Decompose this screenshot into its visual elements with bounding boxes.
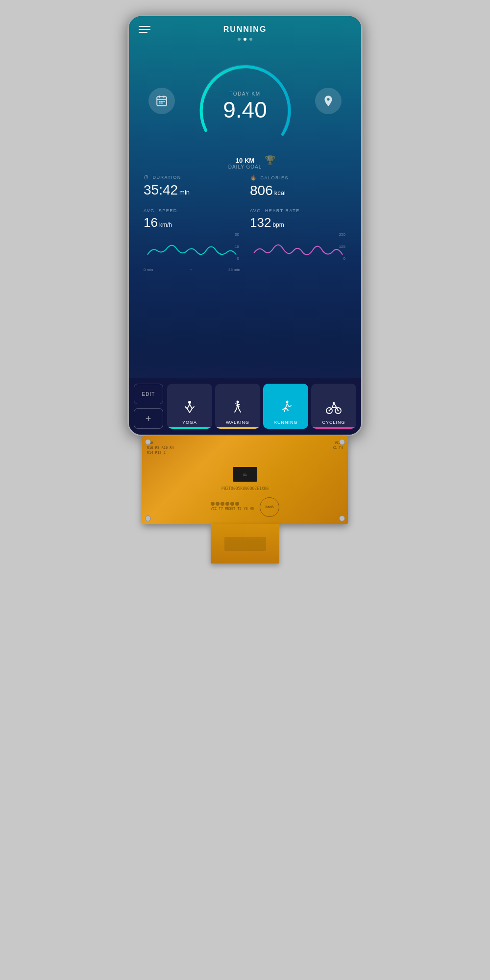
yoga-icon: [182, 400, 197, 418]
svg-point-9: [188, 401, 191, 404]
contact-5: [246, 539, 249, 549]
cycling-icon: [326, 401, 342, 418]
menu-icon[interactable]: [139, 26, 150, 33]
gauge-section: TODAY KM 9.40 10 KM 🏆 DAILY GOAL: [129, 47, 361, 155]
heartrate-chart-value: 132bpm: [250, 215, 346, 230]
pcb-contacts: [224, 537, 266, 551]
gauge-goal: 10 KM 🏆 DAILY GOAL: [228, 157, 262, 170]
pcb-bottom-row: VCI T7 RESET T2 VS HS RoHS: [211, 495, 280, 517]
svg-rect-7: [161, 102, 163, 103]
header-title: RUNNING: [223, 25, 267, 34]
svg-rect-5: [161, 101, 163, 102]
duration-header: ⏱ DURATION: [144, 174, 240, 180]
running-icon: [278, 400, 293, 418]
walking-label: WALKING: [226, 420, 249, 425]
walking-indicator: [215, 427, 260, 429]
gauge-container: TODAY KM 9.40 10 KM 🏆 DAILY GOAL: [196, 52, 294, 150]
svg-point-11: [286, 401, 289, 403]
device-wrapper: RUNNING: [127, 15, 363, 564]
gauge-content: TODAY KM 9.40: [223, 91, 267, 121]
pcb-center: U1 PB2T0005R000D02E1X00 VCI T7 RES: [211, 457, 280, 517]
running-tab[interactable]: RUNNING: [263, 384, 308, 429]
calendar-icon: [155, 95, 168, 107]
location-icon: [322, 95, 335, 107]
svg-rect-4: [159, 101, 161, 102]
yoga-indicator: [167, 427, 212, 429]
rohs-badge: RoHS: [260, 497, 279, 517]
speed-chart-block: AVG. SPEED 16km/h 30 15 0: [144, 208, 240, 272]
speed-chart-wrapper: 30 15 0: [144, 232, 240, 267]
edit-button[interactable]: EDIT: [134, 384, 163, 404]
svg-point-10: [237, 401, 239, 403]
heartrate-chart-header: AVG. HEART RATE: [250, 208, 346, 213]
pcb-section: VGH R16 R8 R10 R4 R14 R12 2 VCOM K1 T4 U…: [127, 436, 363, 564]
contact-4: [242, 539, 245, 549]
walking-tab[interactable]: WALKING: [215, 384, 260, 429]
contact-3: [237, 539, 240, 549]
pcb-top: VGH R16 R8 R10 R4 R14 R12 2 VCOM K1 T4: [147, 441, 343, 455]
contact-2: [233, 539, 236, 549]
speed-x-labels: 0 min → 36 min: [144, 268, 240, 272]
heartrate-chart-svg: [250, 232, 346, 262]
phone-frame: RUNNING: [127, 15, 363, 436]
speed-chart-value: 16km/h: [144, 215, 240, 230]
speed-y-labels: 30 15 0: [235, 232, 240, 261]
timer-icon: ⏱: [144, 174, 150, 180]
flex-ribbon: [211, 524, 279, 564]
gauge-value: 9.40: [223, 98, 267, 121]
duration-stat: ⏱ DURATION 35:42min: [144, 174, 240, 198]
contact-8: [259, 539, 262, 549]
contact-1: [228, 539, 231, 549]
speed-chart-svg: [144, 232, 240, 262]
heartrate-chart-wrapper: 250 125 0: [250, 232, 346, 267]
heartrate-chart-block: AVG. HEART RATE 132bpm 250 125 0: [250, 208, 346, 272]
bottom-nav: EDIT + YOGA: [129, 378, 361, 435]
flame-icon: 🔥: [250, 174, 258, 181]
heartrate-y-labels: 250 125 0: [339, 232, 346, 261]
yoga-label: YOGA: [182, 420, 197, 425]
screw-br: [339, 515, 345, 521]
running-label: RUNNING: [274, 420, 298, 425]
calories-value: 806kcal: [250, 183, 346, 198]
gauge-goal-label: DAILY GOAL: [228, 164, 262, 170]
duration-value: 35:42min: [144, 182, 240, 198]
activity-tabs: YOGA WALKING: [167, 384, 356, 429]
svg-rect-6: [159, 102, 161, 103]
contact-7: [255, 539, 258, 549]
yoga-tab[interactable]: YOGA: [167, 384, 212, 429]
dot-1: [238, 38, 241, 41]
trophy-icon: 🏆: [265, 155, 275, 166]
header: RUNNING: [129, 16, 361, 38]
calories-stat: 🔥 CALORIES 806kcal: [250, 174, 346, 198]
add-button[interactable]: +: [134, 408, 163, 429]
walking-icon: [230, 400, 245, 418]
nav-actions: EDIT +: [134, 384, 163, 429]
charts-section: AVG. SPEED 16km/h 30 15 0: [129, 203, 361, 279]
svg-rect-8: [163, 101, 165, 102]
pcb-board: VGH R16 R8 R10 R4 R14 R12 2 VCOM K1 T4 U…: [142, 436, 348, 524]
screw-tr: [339, 439, 345, 445]
screen: RUNNING: [129, 16, 361, 435]
dot-2: [244, 38, 246, 41]
speed-chart-header: AVG. SPEED: [144, 208, 240, 213]
svg-point-16: [333, 402, 335, 404]
cycling-indicator: [311, 427, 356, 429]
calendar-button[interactable]: [148, 88, 175, 114]
pcb-chip: U1: [233, 467, 257, 482]
pcb-labels-left: VGH R16 R8 R10 R4 R14 R12 2: [147, 441, 174, 455]
dot-3: [249, 38, 252, 41]
screw-tl: [145, 439, 151, 445]
pcb-main-code: PB2T0005R000D02E1X00: [221, 487, 269, 491]
contact-6: [250, 539, 253, 549]
cycling-label: CYCLING: [322, 420, 345, 425]
pcb-pins: VCI T7 RESET T2 VS HS: [211, 502, 254, 511]
running-indicator: [263, 427, 308, 429]
gauge-label: TODAY KM: [223, 91, 267, 97]
screw-bl: [145, 515, 151, 521]
cycling-tab[interactable]: CYCLING: [311, 384, 356, 429]
calories-header: 🔥 CALORIES: [250, 174, 346, 181]
location-button[interactable]: [315, 88, 342, 114]
gauge-goal-km: 10 KM 🏆: [228, 157, 262, 164]
page-dots: [129, 38, 361, 41]
